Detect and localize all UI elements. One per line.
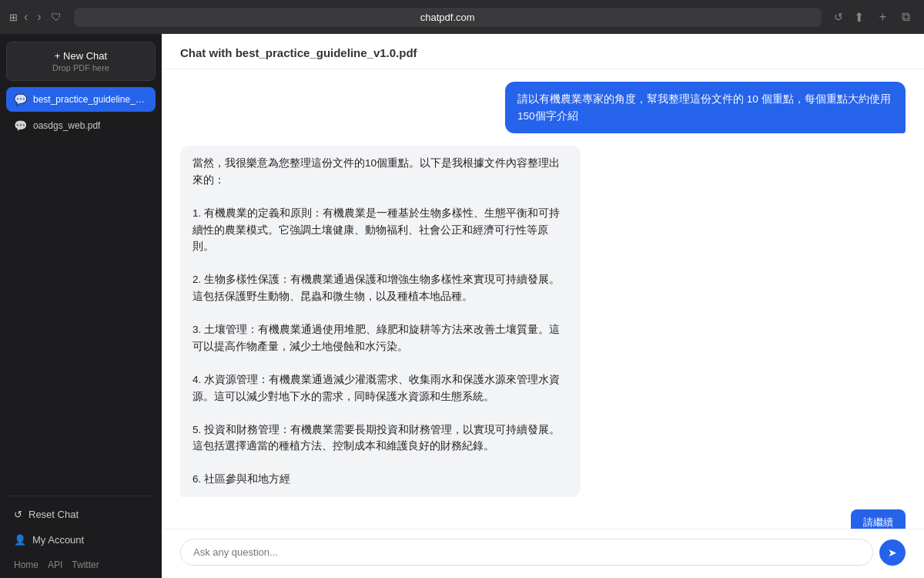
file-list: 💬 best_practice_guideline_v1... 💬 oasdgs… (6, 87, 156, 496)
api-link[interactable]: API (48, 560, 62, 570)
chat-messages: 請以有機農業專家的角度，幫我整理這份文件的 10 個重點，每個重點大約使用150… (162, 69, 924, 529)
tab-icon: ⊞ (9, 12, 18, 23)
file-name: oasdgs_web.pdf (33, 120, 100, 131)
user-message: 請以有機農業專家的角度，幫我整理這份文件的 10 個重點，每個重點大約使用150… (505, 82, 906, 133)
send-button[interactable]: ➤ (879, 539, 906, 566)
sidebar-toggle-button[interactable]: ⧉ (897, 7, 915, 27)
assistant-message-text: 當然，我很樂意為您整理這份文件的10個重點。以下是我根據文件內容整理出來的： 1… (192, 157, 560, 485)
forward-button[interactable]: › (34, 7, 44, 27)
back-button[interactable]: ‹ (21, 7, 31, 27)
new-chat-button[interactable]: + New Chat Drop PDF here (6, 42, 156, 81)
my-account-button[interactable]: 👤 My Account (6, 528, 156, 552)
sidebar-file-item[interactable]: 💬 best_practice_guideline_v1... (6, 87, 156, 112)
drop-pdf-label: Drop PDF here (16, 63, 146, 72)
chat-input-area: ➤ (162, 529, 924, 578)
my-account-label: My Account (32, 534, 84, 546)
sidebar-file-item[interactable]: 💬 oasdgs_web.pdf (6, 113, 156, 138)
chat-input[interactable] (180, 539, 873, 566)
sidebar-bottom: ↺ Reset Chat 👤 My Account (6, 496, 156, 553)
continue-label: 請繼續 (863, 516, 893, 528)
continue-button[interactable]: 請繼續 (851, 509, 906, 529)
reset-chat-button[interactable]: ↺ Reset Chat (6, 502, 156, 526)
chat-area: Chat with best_practice_guideline_v1.0.p… (162, 34, 924, 578)
address-bar[interactable] (74, 8, 822, 27)
new-chat-label: + New Chat (16, 50, 146, 62)
new-tab-button[interactable]: + (875, 7, 891, 27)
chat-title: Chat with best_practice_guideline_v1.0.p… (180, 46, 417, 59)
assistant-message-part1: 當然，我很樂意為您整理這份文件的10個重點。以下是我根據文件內容整理出來的： 1… (180, 146, 581, 497)
reset-icon: ↺ (14, 509, 22, 520)
send-icon: ➤ (888, 546, 897, 559)
chat-header: Chat with best_practice_guideline_v1.0.p… (162, 34, 924, 69)
user-message-text: 請以有機農業專家的角度，幫我整理這份文件的 10 個重點，每個重點大約使用150… (517, 93, 891, 122)
twitter-link[interactable]: Twitter (72, 560, 99, 570)
file-icon: 💬 (14, 93, 27, 106)
browser-controls: ⊞ ‹ › (9, 7, 45, 27)
reset-chat-label: Reset Chat (28, 509, 79, 520)
browser-chrome: ⊞ ‹ › 🛡 ↺ ⬆ + ⧉ (0, 0, 924, 34)
account-icon: 👤 (14, 534, 26, 546)
browser-actions: ⬆ + ⧉ (849, 7, 915, 28)
sidebar: + New Chat Drop PDF here 💬 best_practice… (0, 34, 162, 578)
home-link[interactable]: Home (14, 560, 38, 570)
app-body: + New Chat Drop PDF here 💬 best_practice… (0, 34, 924, 578)
sidebar-footer: Home API Twitter (6, 553, 156, 570)
tab-group: ⊞ ‹ › (9, 7, 45, 27)
shield-icon: 🛡 (51, 11, 62, 23)
file-name: best_practice_guideline_v1... (33, 94, 148, 105)
refresh-icon[interactable]: ↺ (834, 11, 843, 23)
file-icon: 💬 (14, 119, 27, 132)
share-button[interactable]: ⬆ (849, 7, 869, 28)
